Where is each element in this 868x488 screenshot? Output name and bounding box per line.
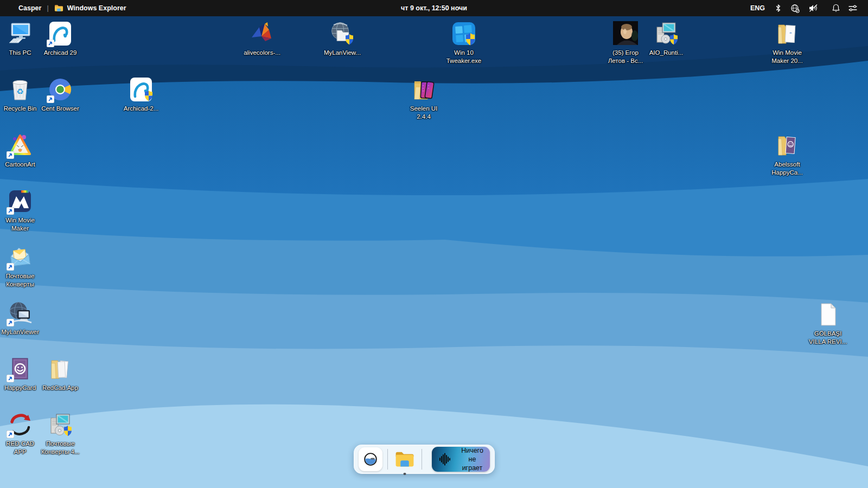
folder-icon <box>774 21 800 47</box>
topbar: Casper | Windows Explorer чт 9 окт., 12:… <box>0 0 868 16</box>
svg-text:♻: ♻ <box>16 87 23 96</box>
desktop-icon-abelssoft-folder[interactable]: Abelssoft HappyCa... <box>763 132 812 176</box>
icon-label: Archicad 29 <box>44 49 77 57</box>
notifications-icon[interactable] <box>832 4 840 12</box>
bluetooth-icon[interactable] <box>775 4 782 12</box>
dock: Ничего не играет <box>354 445 495 474</box>
desktop-icon-win10-tweaker[interactable]: Win 10 Tweaker.exe <box>439 21 488 65</box>
user-name: Casper <box>18 4 41 12</box>
desktop-icon-golbasi-doc[interactable]: GÖLBAŞI VILLA REVI... <box>803 301 852 345</box>
desktop-icon-mail-envelopes[interactable]: Почтовые Конверты <box>0 244 44 288</box>
shortcut-arrow-icon <box>47 95 54 103</box>
dock-item-seelen-launcher[interactable] <box>359 447 382 471</box>
media-widget[interactable]: Ничего не играет <box>432 447 490 472</box>
desktop-icon-alivecolors[interactable]: alivecolors-... <box>238 21 286 57</box>
audio-waveform-icon <box>432 453 459 466</box>
desktop-icon-cartoonart[interactable]: CartoonArt <box>0 132 44 169</box>
desktop-icon-archicad-29[interactable]: Archicad 29 <box>36 21 85 57</box>
installer-icon <box>47 412 73 438</box>
desktop-icon-mylanviewer[interactable]: MyLanViewer <box>0 300 44 336</box>
cartoonart-icon <box>7 132 33 158</box>
desktop-icon-aio-runtimes[interactable]: AIO_Runti... <box>642 21 691 57</box>
dock-divider <box>387 449 388 470</box>
origami-bird-icon <box>249 21 275 47</box>
shortcut-arrow-icon <box>47 40 54 47</box>
icon-label: Cent Browser <box>41 105 79 113</box>
icon-label: MyLanViewer <box>1 328 39 336</box>
dock-divider <box>422 449 422 470</box>
shortcut-arrow-icon <box>7 319 14 326</box>
red-cad-icon <box>7 412 33 438</box>
icon-label: GÖLBAŞI VILLA REVI... <box>809 330 847 345</box>
shortcut-arrow-icon <box>7 375 14 382</box>
win-movie-maker-icon <box>7 188 33 214</box>
icon-label: Win Movie Maker <box>5 216 35 232</box>
archicad-icon <box>47 21 73 47</box>
icon-label: (35) Егор Летов - Вс... <box>608 49 643 65</box>
win10-tweaker-icon <box>451 21 477 47</box>
cent-browser-icon <box>47 76 73 102</box>
icon-label: Почтовые Конверты <box>6 272 35 288</box>
desktop-icon-wmm-folder[interactable]: Win Movie Maker 20... <box>763 21 812 65</box>
folder-icon <box>47 356 73 382</box>
media-status-text: Ничего не играет <box>459 447 490 472</box>
explorer-folder-icon <box>54 4 63 12</box>
document-icon <box>815 301 841 328</box>
language-indicator[interactable]: ENG <box>750 4 765 12</box>
desktop-icon-mail-envelopes-4[interactable]: Почтовые Конверты 4... <box>36 412 85 455</box>
icon-label: Abelssoft HappyCa... <box>771 160 803 176</box>
icon-label: Seelen UI 2.4.4 <box>410 105 438 120</box>
app-name: Windows Explorer <box>67 4 126 12</box>
icon-label: RedCad.App <box>42 384 78 392</box>
shortcut-arrow-icon <box>7 431 14 438</box>
happycard-icon <box>7 356 33 382</box>
this-pc-icon <box>7 21 33 47</box>
icon-label: HappyCard <box>4 384 36 392</box>
icon-label: Win Movie Maker 20... <box>771 49 803 65</box>
seelen-folder-icon <box>411 76 437 102</box>
uac-shield-icon <box>346 34 354 46</box>
icon-label: Почтовые Конверты 4... <box>41 440 80 455</box>
seelen-launcher-icon <box>361 450 380 468</box>
mylanview-file-icon <box>329 21 355 47</box>
desktop-icon-win-movie-maker[interactable]: Win Movie Maker <box>0 188 44 232</box>
icon-label: MyLanView... <box>324 49 361 57</box>
running-indicator <box>404 473 406 475</box>
network-offline-icon[interactable] <box>790 4 800 13</box>
focused-window-title[interactable]: Casper | Windows Explorer <box>0 4 126 12</box>
clock[interactable]: чт 9 окт., 12:50 ночи <box>0 4 868 12</box>
photo-thumbnail-icon <box>612 21 639 47</box>
title-divider: | <box>47 4 48 12</box>
desktop-icon-seelen-ui[interactable]: Seelen UI 2.4.4 <box>399 76 448 120</box>
icon-label: RED CAD APP <box>6 440 34 455</box>
desktop-icon-redcad-folder[interactable]: RedCad.App <box>36 356 85 392</box>
mylanviewer-icon <box>7 300 33 326</box>
uac-shield-icon <box>670 34 678 46</box>
recycle-bin-icon: ♻ <box>7 76 33 102</box>
icon-label: Recycle Bin <box>4 105 37 113</box>
quick-settings-icon[interactable] <box>848 4 857 12</box>
icon-label: AIO_Runti... <box>649 49 684 57</box>
desktop-icon-mylanview-file[interactable]: MyLanView... <box>318 21 367 57</box>
desktop-icon-cent-browser[interactable]: Cent Browser <box>36 76 85 113</box>
icon-label: CartoonArt <box>5 160 35 169</box>
folder-icon <box>774 132 800 158</box>
archicad-icon <box>128 76 154 102</box>
file-explorer-icon <box>394 450 415 468</box>
installer-icon <box>653 21 679 47</box>
icon-label: Archicad-2... <box>124 105 159 113</box>
icon-label: This PC <box>9 49 31 57</box>
desktop-icon-archicad-2[interactable]: Archicad-2... <box>117 76 165 113</box>
envelope-icon <box>7 244 33 270</box>
volume-muted-icon[interactable] <box>808 4 818 12</box>
icon-label: Win 10 Tweaker.exe <box>446 49 482 65</box>
uac-shield-icon <box>64 425 72 437</box>
icon-label: alivecolors-... <box>244 49 280 57</box>
system-tray: ENG <box>750 4 868 13</box>
dock-item-file-explorer[interactable] <box>393 447 417 471</box>
shortcut-arrow-icon <box>7 151 14 159</box>
shortcut-arrow-icon <box>7 207 14 215</box>
shortcut-arrow-icon <box>7 263 14 271</box>
